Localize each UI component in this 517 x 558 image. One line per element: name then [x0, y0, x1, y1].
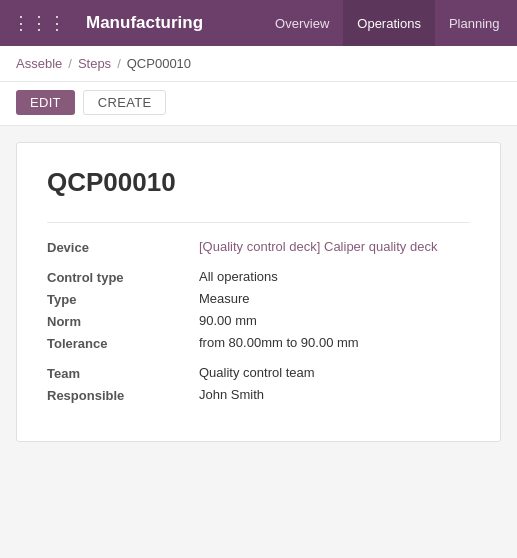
device-value[interactable]: [Quality control deck] Caliper quality d… — [199, 239, 470, 255]
team-value: Quality control team — [199, 365, 470, 381]
app-title: Manufacturing — [86, 13, 203, 33]
norm-label: Norm — [47, 313, 187, 329]
tolerance-label: Tolerance — [47, 335, 187, 351]
nav-overview[interactable]: Overview — [261, 0, 343, 46]
breadcrumb-sep1: / — [68, 56, 72, 71]
breadcrumb-current: QCP00010 — [127, 56, 191, 71]
tolerance-field: Tolerance from 80.00mm to 90.00 mm — [47, 335, 470, 351]
breadcrumb-parent1[interactable]: Asseble — [16, 56, 62, 71]
nav-planning[interactable]: Planning — [435, 0, 514, 46]
responsible-field: Responsible John Smith — [47, 387, 470, 403]
control-type-label: Control type — [47, 269, 187, 285]
norm-field: Norm 90.00 mm — [47, 313, 470, 329]
edit-button[interactable]: EDIT — [16, 90, 75, 115]
team-label: Team — [47, 365, 187, 381]
nav-links: Overview Operations Planning Master... — [261, 0, 517, 46]
action-bar: EDIT CREATE — [0, 82, 517, 126]
control-type-value: All operations — [199, 269, 470, 285]
team-field: Team Quality control team — [47, 365, 470, 381]
record-card: QCP00010 Device [Quality control deck] C… — [16, 142, 501, 442]
nav-master[interactable]: Master... — [514, 0, 518, 46]
type-value: Measure — [199, 291, 470, 307]
content-area: QCP00010 Device [Quality control deck] C… — [0, 126, 517, 458]
norm-value: 90.00 mm — [199, 313, 470, 329]
responsible-label: Responsible — [47, 387, 187, 403]
type-field: Type Measure — [47, 291, 470, 307]
breadcrumb: Asseble / Steps / QCP00010 — [0, 46, 517, 82]
nav-operations[interactable]: Operations — [343, 0, 435, 46]
divider — [47, 222, 470, 223]
create-button[interactable]: CREATE — [83, 90, 167, 115]
device-field: Device [Quality control deck] Caliper qu… — [47, 239, 470, 255]
device-label: Device — [47, 239, 187, 255]
breadcrumb-sep2: / — [117, 56, 121, 71]
responsible-value: John Smith — [199, 387, 470, 403]
breadcrumb-parent2[interactable]: Steps — [78, 56, 111, 71]
grid-icon[interactable]: ⋮⋮⋮ — [12, 12, 66, 34]
record-title: QCP00010 — [47, 167, 470, 198]
top-nav: ⋮⋮⋮ Manufacturing Overview Operations Pl… — [0, 0, 517, 46]
type-label: Type — [47, 291, 187, 307]
control-type-field: Control type All operations — [47, 269, 470, 285]
tolerance-value: from 80.00mm to 90.00 mm — [199, 335, 470, 351]
